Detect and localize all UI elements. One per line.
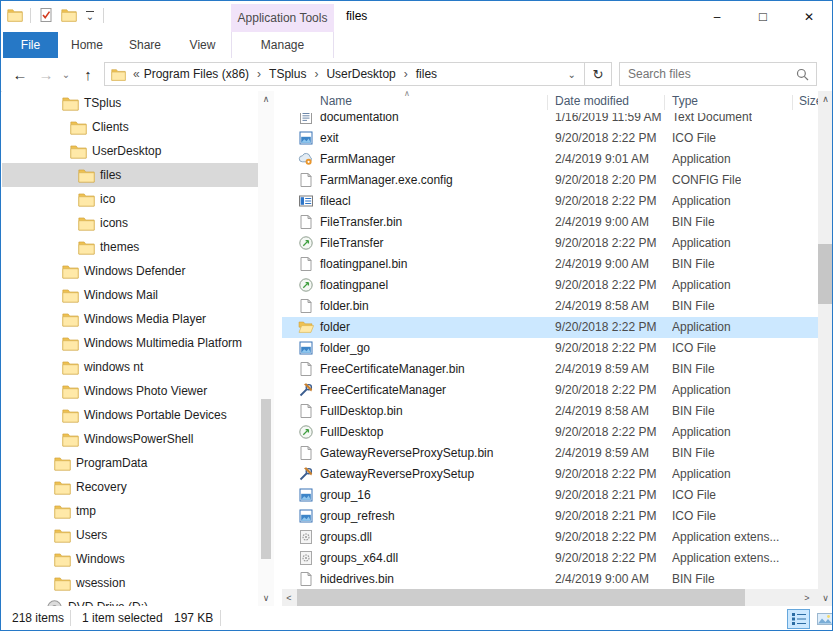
- address-dropdown-icon[interactable]: ⌄: [560, 69, 584, 80]
- scroll-up-icon[interactable]: ∧: [258, 94, 274, 104]
- file-row-folder[interactable]: folder9/20/2018 2:22 PMApplication: [282, 317, 818, 338]
- sidebar-item-windows-photo-viewer[interactable]: Windows Photo Viewer: [2, 379, 258, 403]
- details-view-button[interactable]: [787, 609, 810, 629]
- scroll-left-icon[interactable]: <: [282, 589, 296, 606]
- sidebar-item-clients[interactable]: Clients: [2, 115, 258, 139]
- forward-icon[interactable]: →: [35, 58, 57, 90]
- scroll-right-icon[interactable]: >: [800, 589, 814, 606]
- status-bar: 218 items 1 item selected 197 KB: [2, 606, 833, 631]
- file-row-hidedrives-bin[interactable]: hidedrives.bin2/4/2019 9:00 AMBIN File: [282, 569, 818, 589]
- breadcrumb-collapsed-icon[interactable]: «: [131, 67, 142, 81]
- folder-icon[interactable]: [7, 7, 23, 23]
- sidebar-item-dvd-drive-d[interactable]: DVD Drive (D:): [2, 595, 258, 606]
- file-row-floatingpanel[interactable]: floatingpanel9/20/2018 2:22 PMApplicatio…: [282, 275, 818, 296]
- properties-check-icon[interactable]: [38, 7, 54, 23]
- file-row-farmmanager-exe-config[interactable]: FarmManager.exe.config9/20/2018 2:20 PMC…: [282, 170, 818, 191]
- sidebar-item-themes[interactable]: themes: [2, 235, 258, 259]
- scroll-down-icon[interactable]: ∨: [818, 593, 833, 603]
- tab-file[interactable]: File: [3, 32, 58, 58]
- column-header-type[interactable]: Type: [672, 94, 698, 108]
- breadcrumb-chevron-icon[interactable]: ›: [308, 67, 324, 81]
- file-row-groups-dll[interactable]: groups.dll9/20/2018 2:22 PMApplication e…: [282, 527, 818, 548]
- sidebar-item-programdata[interactable]: ProgramData: [2, 451, 258, 475]
- sidebar-item-label: icons: [100, 216, 128, 230]
- file-row-fileacl[interactable]: fileacl9/20/2018 2:22 PMApplication: [282, 191, 818, 212]
- file-row-gatewayreverseproxysetup[interactable]: GatewayReverseProxySetup9/20/2018 2:22 P…: [282, 464, 818, 485]
- file-name: folder_go: [320, 338, 370, 359]
- sidebar-item-windows-portable-devices[interactable]: Windows Portable Devices: [2, 403, 258, 427]
- sidebar-item-userdesktop[interactable]: UserDesktop: [2, 139, 258, 163]
- file-row-freecertificatemanager-bin[interactable]: FreeCertificateManager.bin2/4/2019 8:59 …: [282, 359, 818, 380]
- refresh-icon[interactable]: ↻: [585, 67, 611, 82]
- file-row-folder-go[interactable]: folder_go9/20/2018 2:22 PMICO File: [282, 338, 818, 359]
- file-row-fulldesktop[interactable]: FullDesktop9/20/2018 2:22 PMApplication: [282, 422, 818, 443]
- column-divider[interactable]: [664, 95, 665, 110]
- sidebar-item-icons[interactable]: icons: [2, 211, 258, 235]
- address-bar[interactable]: « Program Files (x86) › TSplus › UserDes…: [104, 62, 612, 86]
- file-list-scrollbar-thumb[interactable]: [818, 244, 833, 304]
- minimize-button[interactable]: –: [694, 1, 740, 32]
- sidebar-item-files[interactable]: files: [2, 163, 258, 187]
- tab-view[interactable]: View: [174, 32, 231, 58]
- sidebar-item-windows-multimedia-platform[interactable]: Windows Multimedia Platform: [2, 331, 258, 355]
- folder-icon: [54, 551, 71, 567]
- file-row-gatewayreverseproxysetup-bin[interactable]: GatewayReverseProxySetup.bin2/4/2019 8:5…: [282, 443, 818, 464]
- customize-quick-access-icon[interactable]: ⌄: [84, 10, 96, 21]
- sidebar-item-tmp[interactable]: tmp: [2, 499, 258, 523]
- file-row-exit[interactable]: exit9/20/2018 2:22 PMICO File: [282, 128, 818, 149]
- close-button[interactable]: ✕: [786, 1, 832, 32]
- file-date-modified: 9/20/2018 2:21 PM: [555, 506, 656, 527]
- recent-locations-icon[interactable]: ⌄: [59, 58, 73, 90]
- breadcrumb-segment[interactable]: Program Files (x86): [142, 67, 251, 81]
- column-divider[interactable]: [547, 95, 548, 110]
- file-row-floatingpanel-bin[interactable]: floatingpanel.bin2/4/2019 9:00 AMBIN Fil…: [282, 254, 818, 275]
- scroll-up-icon[interactable]: ∧: [818, 94, 833, 104]
- breadcrumb-chevron-icon[interactable]: ›: [251, 67, 267, 81]
- sidebar-item-users[interactable]: Users: [2, 523, 258, 547]
- new-folder-icon[interactable]: [61, 7, 77, 23]
- sidebar-item-wsession[interactable]: wsession: [2, 571, 258, 595]
- file-row-folder-bin[interactable]: folder.bin2/4/2019 8:58 AMBIN File: [282, 296, 818, 317]
- sidebar-item-recovery[interactable]: Recovery: [2, 475, 258, 499]
- up-icon[interactable]: ↑: [77, 58, 99, 90]
- tree-scrollbar-thumb[interactable]: [261, 399, 271, 559]
- thumbnails-view-button[interactable]: [813, 609, 833, 629]
- tab-manage[interactable]: Manage: [231, 32, 334, 58]
- tree-scrollbar[interactable]: ∧ ∨: [258, 91, 274, 606]
- tab-home[interactable]: Home: [58, 32, 116, 58]
- search-icon[interactable]: [796, 68, 809, 81]
- sidebar-item-tsplus[interactable]: TSplus: [2, 91, 258, 115]
- folder-icon: [62, 335, 79, 351]
- sidebar-item-windows-defender[interactable]: Windows Defender: [2, 259, 258, 283]
- file-list-scrollbar[interactable]: ∧ ∨: [818, 91, 833, 606]
- breadcrumb-segment[interactable]: files: [414, 67, 439, 81]
- column-header-date-modified[interactable]: Date modified: [555, 94, 629, 108]
- back-icon[interactable]: ←: [9, 58, 31, 90]
- file-type: BIN File: [672, 296, 715, 317]
- sidebar-item-windows[interactable]: Windows: [2, 547, 258, 571]
- file-row-freecertificatemanager[interactable]: FreeCertificateManager9/20/2018 2:22 PMA…: [282, 380, 818, 401]
- file-row-group-16[interactable]: group_169/20/2018 2:21 PMICO File: [282, 485, 818, 506]
- file-row-filetransfer[interactable]: FileTransfer9/20/2018 2:22 PMApplication: [282, 233, 818, 254]
- file-row-groups-x64-dll[interactable]: groups_x64.dll9/20/2018 2:22 PMApplicati…: [282, 548, 818, 569]
- scroll-down-icon[interactable]: ∨: [258, 593, 274, 603]
- search-input[interactable]: [620, 63, 796, 85]
- breadcrumb-segment[interactable]: UserDesktop: [324, 67, 397, 81]
- sidebar-item-windows-mail[interactable]: Windows Mail: [2, 283, 258, 307]
- breadcrumb-chevron-icon[interactable]: ›: [398, 67, 414, 81]
- breadcrumb-segment[interactable]: TSplus: [267, 67, 308, 81]
- maximize-button[interactable]: □: [740, 1, 786, 32]
- sidebar-item-windows-nt[interactable]: windows nt: [2, 355, 258, 379]
- horizontal-scrollbar-thumb[interactable]: [297, 589, 745, 606]
- file-row-fulldesktop-bin[interactable]: FullDesktop.bin2/4/2019 8:58 AMBIN File: [282, 401, 818, 422]
- file-row-filetransfer-bin[interactable]: FileTransfer.bin2/4/2019 9:00 AMBIN File: [282, 212, 818, 233]
- sidebar-item-windows-media-player[interactable]: Windows Media Player: [2, 307, 258, 331]
- sidebar-item-windowspowershell[interactable]: WindowsPowerShell: [2, 427, 258, 451]
- file-row-farmmanager[interactable]: FarmManager2/4/2019 9:01 AMApplication: [282, 149, 818, 170]
- file-row-group-refresh[interactable]: group_refresh9/20/2018 2:21 PMICO File: [282, 506, 818, 527]
- column-header-name[interactable]: Name: [320, 94, 352, 108]
- column-divider[interactable]: [792, 95, 793, 110]
- horizontal-scrollbar[interactable]: < >: [282, 589, 818, 606]
- sidebar-item-ico[interactable]: ico: [2, 187, 258, 211]
- tab-share[interactable]: Share: [116, 32, 174, 58]
